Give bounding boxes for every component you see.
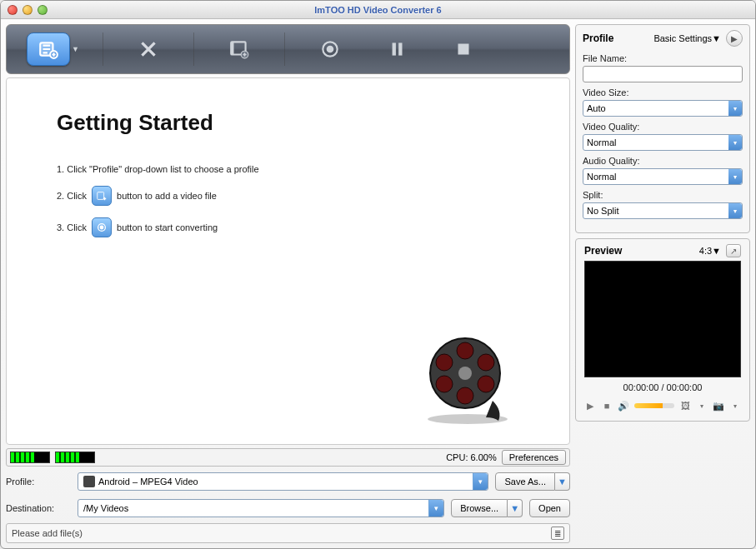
profile-label: Profile:	[6, 477, 71, 487]
cpu-core-meter	[10, 452, 50, 463]
step-1: 1. Click "Profile" drop-down list to cho…	[57, 164, 536, 174]
profile-combobox[interactable]: Android – MPEG4 Video ▾	[78, 472, 488, 491]
svg-rect-9	[458, 44, 468, 55]
destination-label: Destination:	[6, 503, 71, 513]
preview-label: Preview	[584, 245, 622, 257]
add-file-dropdown-icon[interactable]: ▼	[72, 45, 79, 53]
svg-point-17	[457, 387, 473, 404]
stop-button[interactable]	[442, 32, 485, 66]
stop-icon[interactable]: ■	[601, 400, 613, 412]
preview-time: 00:00:00 / 00:00:00	[584, 382, 741, 392]
list-view-icon[interactable]: ≣	[551, 527, 564, 540]
play-icon[interactable]: ▶	[584, 400, 596, 412]
volume-icon[interactable]: 🔊	[618, 400, 629, 412]
browse-button[interactable]: Browse...	[451, 499, 508, 517]
browse-dropdown[interactable]: ▼	[508, 499, 523, 517]
profile-value: Android – MPEG4 Video	[98, 477, 198, 487]
video-size-label: Video Size:	[583, 87, 743, 97]
android-icon	[83, 476, 95, 487]
save-as-button[interactable]: Save As...	[495, 472, 555, 491]
step-3: 3. Click button to start converting	[57, 217, 536, 237]
svg-rect-7	[393, 42, 396, 55]
app-window: ImTOO HD Video Converter 6 ▼	[0, 0, 756, 549]
svg-point-19	[478, 354, 494, 371]
video-size-select[interactable]: Auto▾	[583, 100, 743, 117]
svg-point-20	[436, 376, 453, 392]
svg-point-16	[457, 342, 473, 359]
preview-controls: ▶ ■ 🔊 🖼 ▾ 📷 ▾	[584, 397, 741, 414]
file-name-label: File Name:	[583, 53, 743, 63]
svg-point-12	[100, 226, 103, 229]
popout-icon[interactable]: ↗	[726, 244, 741, 257]
window-title: ImTOO HD Video Converter 6	[1, 5, 755, 15]
status-bar: Please add file(s) ≣	[6, 523, 570, 543]
main-toolbar: ▼	[6, 24, 570, 74]
convert-button[interactable]	[308, 32, 352, 66]
profile-tab[interactable]: Profile	[583, 32, 613, 44]
svg-point-15	[458, 367, 472, 380]
audio-quality-select[interactable]: Normal▾	[583, 168, 743, 185]
next-page-button[interactable]: ▶	[726, 30, 743, 47]
video-quality-select[interactable]: Normal▾	[583, 134, 743, 151]
film-reel-icon	[419, 327, 519, 427]
add-video-clip-button[interactable]	[218, 32, 261, 66]
pause-button[interactable]	[375, 32, 418, 66]
profile-settings-panel: Profile Basic Settings▼ ▶ File Name: Vid…	[575, 24, 750, 233]
save-as-dropdown[interactable]: ▼	[555, 472, 570, 491]
page-heading: Getting Started	[57, 110, 536, 136]
destination-value: /My Videos	[83, 503, 128, 513]
destination-field[interactable]: /My Videos ▾	[78, 499, 444, 517]
cpu-bar: CPU: 6.00% Preferences	[6, 448, 570, 467]
dropdown-arrow-icon: ▾	[473, 473, 488, 490]
add-file-button[interactable]	[27, 32, 70, 66]
file-name-input[interactable]	[583, 66, 743, 82]
split-select[interactable]: No Split▾	[583, 202, 743, 219]
volume-slider[interactable]	[634, 403, 674, 408]
snapshot-icon[interactable]: 📷	[713, 400, 724, 412]
step-2: 2. Click button to add a video file	[57, 186, 536, 206]
svg-point-6	[328, 47, 333, 52]
status-text: Please add file(s)	[12, 528, 83, 538]
preferences-button[interactable]: Preferences	[502, 450, 566, 465]
snapshot-folder-icon[interactable]: 🖼	[679, 400, 691, 412]
preview-screen	[584, 261, 741, 377]
dropdown-arrow-icon: ▾	[428, 500, 443, 517]
audio-quality-label: Audio Quality:	[583, 156, 743, 166]
basic-settings-toggle[interactable]: Basic Settings▼	[653, 33, 721, 43]
titlebar: ImTOO HD Video Converter 6	[1, 1, 755, 19]
svg-rect-3	[231, 42, 233, 54]
cpu-usage-label: CPU: 6.00%	[446, 452, 497, 462]
aspect-ratio-toggle[interactable]: 4:3▼	[699, 246, 721, 256]
add-file-icon	[92, 186, 112, 206]
open-button[interactable]: Open	[529, 499, 570, 517]
convert-icon	[92, 217, 112, 237]
video-quality-label: Video Quality:	[583, 122, 743, 132]
getting-started-panel: Getting Started 1. Click "Profile" drop-…	[6, 77, 570, 445]
svg-rect-8	[398, 42, 402, 55]
preview-panel: Preview 4:3▼ ↗ 00:00:00 / 00:00:00 ▶ ■ 🔊…	[575, 238, 750, 422]
split-label: Split:	[583, 190, 743, 200]
svg-rect-10	[98, 192, 104, 200]
svg-point-18	[436, 354, 453, 371]
svg-point-21	[478, 376, 494, 392]
cpu-core-meter	[55, 452, 95, 463]
remove-button[interactable]	[127, 32, 170, 66]
